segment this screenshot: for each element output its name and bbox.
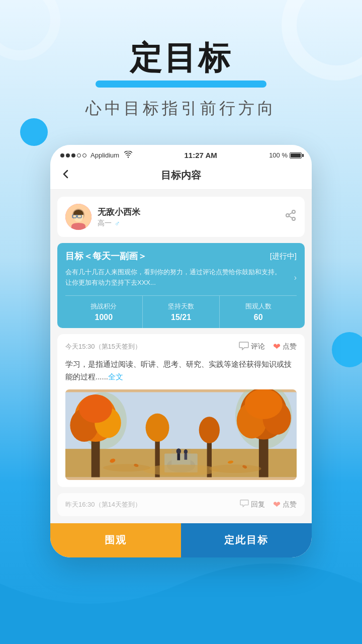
post-card: 今天15:30（第15天签到） 评论 ❤ 点赞 学习，是指通过阅读、听讲、思考 xyxy=(57,334,305,487)
bg-wave-bottom xyxy=(0,543,362,644)
partial-comment-button[interactable]: 回复 xyxy=(240,499,265,510)
goal-header: 目标＜每天一副画＞ [进行中] xyxy=(65,250,297,262)
svg-point-29 xyxy=(146,414,169,442)
svg-point-41 xyxy=(143,464,219,476)
svg-point-31 xyxy=(199,417,220,443)
post-actions: 评论 ❤ 点赞 xyxy=(239,341,297,353)
goal-status: [进行中] xyxy=(270,252,297,261)
signal-dots xyxy=(60,153,86,157)
partial-like-label: 点赞 xyxy=(283,500,297,509)
signal-dot-2 xyxy=(66,153,70,157)
svg-rect-38 xyxy=(177,454,180,460)
profile-left: 无敌小西米 高一 ♂ xyxy=(65,204,140,230)
post-text: 学习，是指通过阅读、听讲、思考、研究、实践等途径获得知识或技能的过程......… xyxy=(65,358,297,383)
comment-button[interactable]: 评论 xyxy=(239,341,265,353)
post-meta: 今天15:30（第15天签到） 评论 ❤ 点赞 xyxy=(65,341,297,353)
nav-title: 目标内容 xyxy=(161,169,201,182)
watch-button[interactable]: 围观 xyxy=(50,523,181,557)
signal-dot-4 xyxy=(77,153,81,157)
partial-post-time: 昨天16:30（第14天签到） xyxy=(65,500,141,509)
svg-rect-40 xyxy=(185,454,188,460)
comment-label: 评论 xyxy=(251,342,265,351)
signal-dot-5 xyxy=(82,153,86,157)
goal-stat-0: 挑战积分 1000 xyxy=(65,296,142,328)
svg-point-37 xyxy=(176,448,181,454)
profile-card: 无敌小西米 高一 ♂ xyxy=(57,197,305,237)
stat-value-2: 60 xyxy=(220,313,297,322)
nav-bar: 目标内容 xyxy=(50,164,312,190)
profile-info: 无敌小西米 高一 ♂ xyxy=(98,206,140,228)
goal-banner: 目标＜每天一副画＞ [进行中] 会有几十几百人来围观你，看到你的努力，通过评论点… xyxy=(57,243,305,328)
svg-point-9 xyxy=(292,217,295,220)
battery-percent: 100 % xyxy=(269,151,288,159)
svg-line-10 xyxy=(289,216,293,218)
back-button[interactable] xyxy=(60,169,71,183)
carrier-name: Applidium xyxy=(90,151,119,159)
like-button[interactable]: ❤ 点赞 xyxy=(273,341,297,352)
phone-mockup: Applidium 11:27 AM 100 % 目标内容 xyxy=(50,145,312,557)
goal-desc: 会有几十几百人来围观你，看到你的努力，通过评论点赞给你鼓励和支持。让你更加有动力… xyxy=(65,267,297,288)
set-goal-button[interactable]: 定此目标 xyxy=(181,523,312,557)
svg-point-27 xyxy=(245,389,283,419)
goal-desc-arrow: › xyxy=(294,271,297,284)
profile-sub: 高一 ♂ xyxy=(98,219,140,228)
goal-stat-2: 围观人数 60 xyxy=(219,296,297,328)
svg-point-0 xyxy=(128,157,129,158)
comment-icon xyxy=(239,341,249,353)
svg-point-42 xyxy=(103,464,150,471)
goal-stat-1: 坚持天数 15/21 xyxy=(142,296,220,328)
post-time: 今天15:30（第15天签到） xyxy=(65,342,141,351)
status-right: 100 % xyxy=(269,151,302,159)
svg-line-11 xyxy=(289,213,293,215)
goal-title: 目标＜每天一副画＞ xyxy=(65,250,147,262)
post-text-link[interactable]: 全文 xyxy=(108,372,123,381)
svg-point-22 xyxy=(79,394,112,423)
stat-label-0: 挑战积分 xyxy=(65,302,142,311)
post-image xyxy=(65,389,297,480)
goal-stats: 挑战积分 1000 坚持天数 15/21 围观人数 60 xyxy=(65,295,297,328)
status-bar: Applidium 11:27 AM 100 % xyxy=(50,145,312,164)
gender-icon: ♂ xyxy=(115,219,120,227)
battery-icon xyxy=(290,152,302,158)
share-button[interactable] xyxy=(285,209,297,224)
battery-fill xyxy=(291,153,301,157)
svg-point-43 xyxy=(209,464,261,473)
stat-value-1: 15/21 xyxy=(143,313,220,322)
svg-point-7 xyxy=(292,210,295,213)
stat-label-2: 围观人数 xyxy=(220,302,297,311)
bottom-buttons: 围观 定此目标 xyxy=(50,523,312,557)
partial-post-card: 昨天16:30（第14天签到） 回复 ❤ 点赞 xyxy=(57,493,305,516)
title-underline xyxy=(96,80,266,88)
profile-grade: 高一 xyxy=(98,219,112,228)
profile-name: 无敌小西米 xyxy=(98,206,140,218)
page-header: 定目标 心中目标指引前行方向 xyxy=(0,0,362,135)
status-time: 11:27 AM xyxy=(184,151,217,159)
partial-heart-icon: ❤ xyxy=(273,499,281,510)
partial-comment-label: 回复 xyxy=(251,500,265,509)
avatar xyxy=(65,204,92,230)
wifi-icon xyxy=(124,151,132,159)
svg-point-39 xyxy=(184,449,188,454)
svg-point-8 xyxy=(286,214,289,217)
partial-like-button[interactable]: ❤ 点赞 xyxy=(273,499,297,510)
like-label: 点赞 xyxy=(283,342,297,351)
partial-post-actions: 回复 ❤ 点赞 xyxy=(240,499,297,510)
content-area: 无敌小西米 高一 ♂ 目标＜每天一副画＞ [进行中] 会有几十几百人来围观你，看… xyxy=(50,190,312,523)
status-left: Applidium xyxy=(60,151,132,159)
stat-label-1: 坚持天数 xyxy=(143,302,220,311)
page-title: 定目标 xyxy=(0,40,362,75)
signal-dot-3 xyxy=(71,153,75,157)
signal-dot-1 xyxy=(60,153,64,157)
bg-dot-right xyxy=(332,332,362,367)
stat-value-0: 1000 xyxy=(65,313,142,322)
heart-icon: ❤ xyxy=(273,341,281,352)
partial-comment-icon xyxy=(240,499,249,510)
page-subtitle: 心中目标指引前行方向 xyxy=(0,98,362,120)
